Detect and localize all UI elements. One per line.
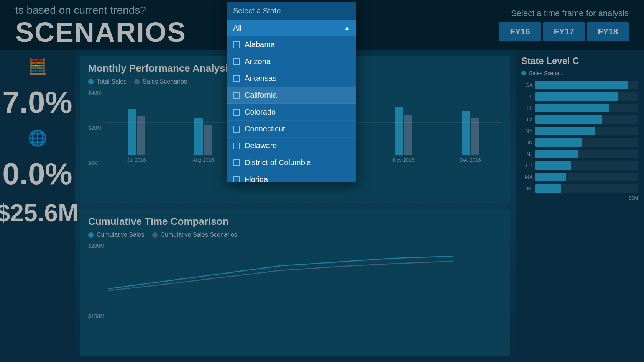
- checkbox-arkansas[interactable]: [233, 75, 240, 82]
- dropdown-label-arizona: Arizona: [245, 57, 271, 66]
- dropdown-label-connecticut: Connecticut: [245, 124, 285, 133]
- dropdown-item-delaware[interactable]: Delaware: [227, 138, 356, 154]
- dropdown-item-dc[interactable]: District of Columbia: [227, 154, 356, 171]
- dropdown-label-delaware: Delaware: [245, 141, 277, 150]
- dropdown-label-california: California: [245, 91, 277, 100]
- dropdown-label-arkansas: Arkansas: [245, 74, 276, 83]
- dropdown-item-california[interactable]: California: [227, 87, 356, 104]
- dropdown-label-alabama: Alabama: [245, 40, 275, 49]
- dropdown-label-florida: Florida: [245, 175, 268, 182]
- checkbox-florida[interactable]: [233, 176, 240, 182]
- checkbox-alabama[interactable]: [233, 41, 240, 48]
- dropdown-label-colorado: Colorado: [245, 108, 276, 116]
- dropdown-item-florida[interactable]: Florida: [227, 171, 356, 182]
- checkbox-delaware[interactable]: [233, 143, 240, 149]
- dropdown-item-arizona[interactable]: Arizona: [227, 53, 356, 70]
- select-state-dropdown[interactable]: Select a State All ▲ Alabama Arizona Ark…: [227, 2, 356, 182]
- chevron-up-icon: ▲: [343, 24, 350, 32]
- checkbox-colorado[interactable]: [233, 109, 240, 116]
- dropdown-list: Alabama Arizona Arkansas California Colo…: [227, 36, 356, 182]
- checkbox-connecticut[interactable]: [233, 126, 240, 133]
- checkbox-california[interactable]: [233, 92, 240, 99]
- dropdown-header: Select a State: [227, 2, 356, 20]
- dropdown-item-colorado[interactable]: Colorado: [227, 104, 356, 121]
- dropdown-item-connecticut[interactable]: Connecticut: [227, 121, 356, 138]
- dropdown-select-bar[interactable]: All ▲: [227, 20, 356, 36]
- dropdown-item-arkansas[interactable]: Arkansas: [227, 70, 356, 87]
- checkbox-dc[interactable]: [233, 159, 240, 166]
- dropdown-item-alabama[interactable]: Alabama: [227, 36, 356, 53]
- dropdown-label-dc: District of Columbia: [245, 158, 311, 167]
- checkbox-arizona[interactable]: [233, 58, 240, 65]
- dropdown-selected-value: All: [233, 24, 242, 33]
